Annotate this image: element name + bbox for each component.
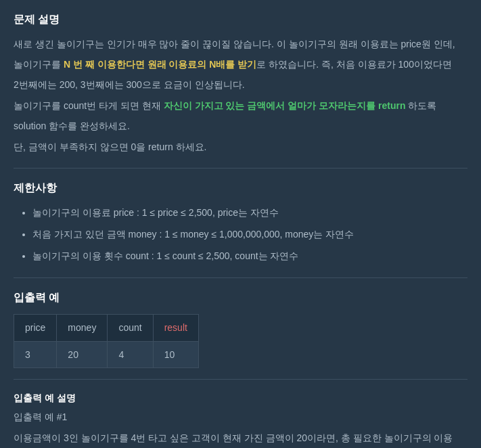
- cell-money: 20: [57, 341, 108, 367]
- description-line5: solution 함수를 완성하세요.: [14, 118, 467, 133]
- constraints-section: 제한사항 놀이기구의 이용료 price : 1 ≤ price ≤ 2,500…: [14, 179, 467, 264]
- io-example-explain-section: 입출력 예 설명 입출력 예 #1 이용금액이 3인 놀이기구를 4번 타고 싶…: [14, 390, 467, 448]
- problem-section: 문제 설명 새로 생긴 놀이기구는 인기가 매우 많아 줄이 끊이질 않습니다.…: [14, 11, 467, 154]
- constraints-list: 놀이기구의 이용료 price : 1 ≤ price ≤ 2,500, pri…: [14, 205, 467, 264]
- highlight-n-times: N 번 째 이용한다면 원래 이용료의 N배를 받기: [64, 59, 256, 70]
- col-money: money: [57, 315, 108, 341]
- constraints-title: 제한사항: [14, 179, 467, 197]
- description-line2: 놀이기구를 N 번 째 이용한다면 원래 이용료의 N배를 받기로 하였습니다.…: [14, 57, 467, 72]
- io-table: price money count result 3 20 4 10: [14, 314, 199, 368]
- table-row: 3 20 4 10: [14, 341, 199, 367]
- io-example-title: 입출력 예: [14, 289, 467, 307]
- io-explain-title: 입출력 예 설명: [14, 390, 467, 405]
- highlight-return: 자신이 가지고 있는 금액에서 얼마가 모자라는지를 return: [164, 100, 406, 111]
- col-count: count: [108, 315, 153, 341]
- io-example-section: 입출력 예 price money count result 3 20 4 10: [14, 289, 467, 368]
- cell-result: 10: [153, 341, 198, 367]
- cell-count: 4: [108, 341, 153, 367]
- constraint-item-3: 놀이기구의 이용 횟수 count : 1 ≤ count ≤ 2,500, c…: [32, 248, 467, 263]
- description-line1: 새로 생긴 놀이기구는 인기가 매우 많아 줄이 끊이질 않습니다. 이 놀이기…: [14, 37, 467, 51]
- divider-3: [14, 379, 467, 380]
- col-result: result: [153, 315, 198, 341]
- constraint-item-2: 처음 가지고 있던 금액 money : 1 ≤ money ≤ 1,000,0…: [32, 227, 467, 242]
- col-price: price: [14, 315, 57, 341]
- constraint-item-1: 놀이기구의 이용료 price : 1 ≤ price ≤ 2,500, pri…: [32, 205, 467, 220]
- cell-price: 3: [14, 341, 57, 367]
- description-line4: 놀이기구를 count번 타게 되면 현재 자신이 가지고 있는 금액에서 얼마…: [14, 98, 467, 113]
- description-line3: 2번째에는 200, 3번째에는 300으로 요금이 인상됩니다.: [14, 77, 467, 92]
- io-explain-subtitle: 입출력 예 #1: [14, 409, 467, 424]
- problem-title: 문제 설명: [14, 11, 467, 28]
- table-header-row: price money count result: [14, 315, 199, 341]
- description-line6: 단, 금액이 부족하지 않으면 0을 return 하세요.: [14, 139, 467, 154]
- io-explain-line1: 이용금액이 3인 놀이기구를 4번 타고 싶은 고객이 현재 가진 금액이 20…: [14, 430, 467, 445]
- divider-2: [14, 277, 467, 278]
- divider-1: [14, 168, 467, 169]
